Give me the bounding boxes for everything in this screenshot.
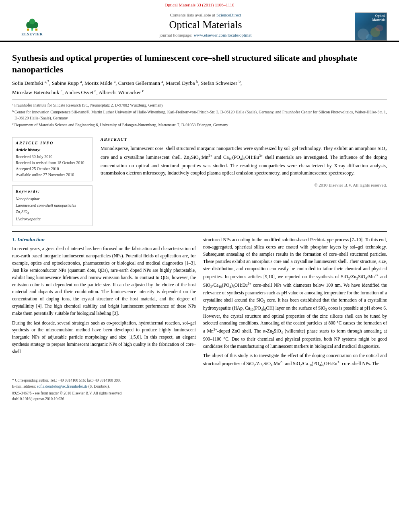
email-link[interactable]: sofia.dembski@isc.fraunhofer.de	[37, 384, 88, 388]
keywords-box: Keywords: Nanophosphor Luminescent core-…	[12, 185, 93, 226]
body-columns: 1. Introduction In recent years, a great…	[12, 231, 387, 370]
svg-point-10	[375, 25, 383, 31]
journal-cover-image: Optical Materials	[355, 12, 387, 41]
journal-citation-bar: Optical Materials 33 (2011) 1106–1110	[0, 0, 399, 9]
body-right-column: structured NPs according to the modified…	[203, 236, 387, 370]
keyword-4: Hydroxyapatite	[16, 216, 89, 222]
article-info-box: ARTICLE INFO Article history: Received 3…	[12, 137, 93, 181]
abstract-title: ABSTRACT	[101, 137, 387, 142]
accepted-date: Accepted 25 October 2010	[16, 166, 89, 172]
footnote-email: E-mail address: sofia.dembski@isc.fraunh…	[12, 384, 387, 390]
sciencedirect-line: Contents lists available at ScienceDirec…	[60, 12, 351, 17]
doi-line: doi:10.1016/j.optmat.2010.10.036	[12, 397, 387, 401]
aff-sup-b: b	[12, 109, 14, 114]
aff-text-a: Fraunhofer Institute for Silicate Resear…	[14, 102, 163, 108]
copyright-line: © 2010 Elsevier B.V. All rights reserved…	[101, 180, 387, 187]
elsevier-logo-area: ELSEVIER	[8, 16, 56, 38]
cover-decoration-svg	[355, 22, 385, 40]
affiliations: a Fraunhofer Institute for Silicate Rese…	[12, 99, 387, 128]
aff-sup-c: c	[12, 122, 14, 127]
journal-title: Optical Materials	[60, 19, 351, 31]
aff-sup-a: a	[12, 102, 14, 107]
keyword-2: Luminescent core-shell nanoparticles	[16, 202, 89, 209]
keyword-3: Zn2SiO4	[16, 209, 89, 216]
section1-heading: 1. Introduction	[12, 236, 196, 243]
aff-text-c: Department of Materials Science and Engi…	[14, 122, 228, 128]
keyword-1: Nanophosphor	[16, 196, 89, 202]
journal-citation: Optical Materials 33 (2011) 1106–1110	[165, 2, 234, 7]
journal-homepage: journal homepage: www.elsevier.com/locat…	[60, 33, 351, 37]
intro-para-2: During the last decade, several strategi…	[12, 320, 196, 355]
journal-header: ELSEVIER Contents lists available at Sci…	[0, 9, 399, 41]
intro-para-right-1: structured NPs according to the modified…	[203, 236, 387, 350]
keywords-title: Keywords:	[16, 189, 89, 193]
journal-cover-area: Optical Materials	[355, 12, 391, 41]
affiliation-b: b Center for Innovation Competence Sili-…	[12, 109, 387, 121]
authors-line: Sofia Dembski a,*, Sabine Rupp a, Moritz…	[12, 78, 387, 97]
homepage-label: journal homepage:	[160, 33, 194, 37]
footnote-corresponding: * Corresponding author. Tel.: +49 931410…	[12, 378, 387, 384]
left-meta-column: ARTICLE INFO Article history: Received 3…	[12, 137, 93, 226]
elsevier-tree-icon	[22, 17, 42, 31]
svg-rect-6	[35, 29, 37, 31]
homepage-link[interactable]: www.elsevier.com/locate/optmat	[193, 33, 251, 37]
page-container: Optical Materials 33 (2011) 1106–1110 EL…	[0, 0, 399, 532]
article-footer: * Corresponding author. Tel.: +49 931410…	[12, 375, 387, 401]
intro-para-1: In recent years, a great deal of interes…	[12, 245, 196, 317]
meta-abstract-columns: ARTICLE INFO Article history: Received 3…	[12, 133, 387, 226]
issn-line: 0925-3467/$ - see front matter © 2010 El…	[12, 391, 387, 395]
article-title: Synthesis and optical properties of lumi…	[12, 52, 387, 75]
revised-date: Received in revised form 18 October 2010	[16, 160, 89, 166]
journal-header-center: Contents lists available at ScienceDirec…	[56, 12, 355, 41]
elsevier-logo: ELSEVIER	[14, 16, 50, 38]
article-info-title: ARTICLE INFO	[16, 141, 89, 145]
online-date: Available online 27 November 2010	[16, 172, 89, 178]
affiliation-c: c Department of Materials Science and En…	[12, 122, 387, 128]
contents-text: Contents lists available at	[170, 12, 215, 17]
body-left-column: 1. Introduction In recent years, a great…	[12, 236, 196, 370]
received-date: Received 30 July 2010	[16, 154, 89, 160]
article-history-title: Article history:	[16, 148, 89, 152]
svg-point-4	[29, 18, 35, 24]
abstract-section: ABSTRACT Monodisperse, luminescent core–…	[101, 137, 387, 187]
affiliation-a: a Fraunhofer Institute for Silicate Rese…	[12, 102, 387, 108]
svg-rect-5	[27, 29, 29, 31]
cover-label: Optical Materials	[372, 14, 385, 22]
article-content: Synthesis and optical properties of lumi…	[0, 42, 399, 409]
intro-para-right-2: The object of this study is to investiga…	[203, 352, 387, 368]
abstract-column: ABSTRACT Monodisperse, luminescent core–…	[101, 137, 387, 226]
elsevier-brand-text: ELSEVIER	[21, 32, 43, 36]
sciencedirect-link[interactable]: ScienceDirect	[216, 12, 241, 17]
abstract-text: Monodisperse, luminescent core–shell str…	[101, 145, 387, 177]
aff-text-b: Center for Innovation Competence Sili-na…	[14, 109, 387, 121]
